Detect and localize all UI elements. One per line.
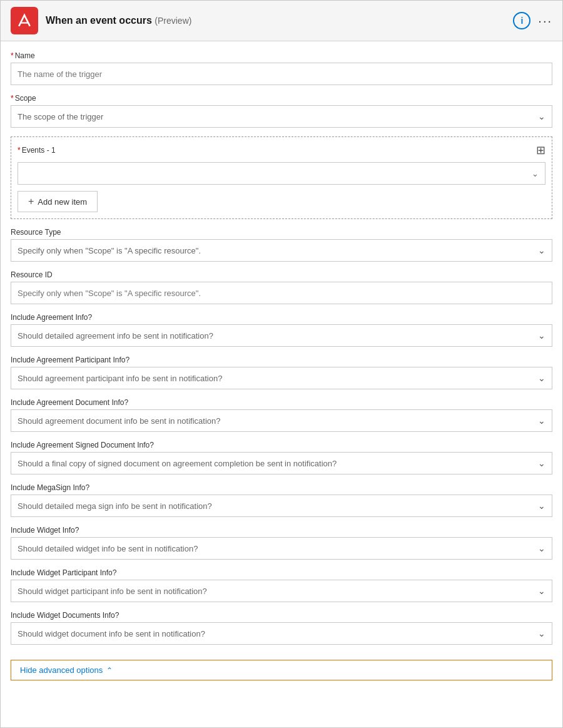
include-agreement-signed-document-info-field-group: Include Agreement Signed Document Info? …: [11, 441, 552, 474]
hide-advanced-options-button[interactable]: Hide advanced options ⌃: [11, 660, 552, 680]
title-text: When an event occurs: [46, 15, 152, 26]
resource-type-field-group: Resource Type Specify only when "Scope" …: [11, 228, 552, 262]
include-agreement-participant-info-chevron-icon: ⌄: [538, 373, 545, 383]
include-widget-info-dropdown[interactable]: Should detailed widget info be sent in n…: [11, 537, 552, 560]
resource-id-field-group: Resource ID: [11, 270, 552, 304]
include-widget-documents-info-dropdown[interactable]: Should widget document info be sent in n…: [11, 622, 552, 645]
include-agreement-participant-info-placeholder: Should agreement participant info be sen…: [18, 374, 222, 383]
include-widget-participant-info-label: Include Widget Participant Info?: [11, 568, 552, 577]
include-agreement-participant-info-label: Include Agreement Participant Info?: [11, 356, 552, 364]
include-widget-documents-info-placeholder: Should widget document info be sent in n…: [18, 629, 205, 638]
add-new-item-button[interactable]: + Add new item: [18, 191, 98, 212]
events-header: *Events - 1 ⊞: [18, 143, 545, 157]
include-agreement-participant-info-field-group: Include Agreement Participant Info? Shou…: [11, 356, 552, 389]
include-widget-participant-info-dropdown[interactable]: Should widget participant info be sent i…: [11, 580, 552, 602]
resource-type-chevron-icon: ⌄: [538, 245, 545, 255]
more-button[interactable]: ···: [538, 14, 552, 28]
chevron-up-icon: ⌃: [106, 666, 113, 675]
include-agreement-document-info-label: Include Agreement Document Info?: [11, 398, 552, 407]
add-new-label: Add new item: [38, 197, 87, 207]
resource-type-dropdown[interactable]: Specify only when "Scope" is "A specific…: [11, 239, 552, 262]
include-megasign-info-label: Include MegaSign Info?: [11, 483, 552, 492]
name-input[interactable]: [11, 63, 552, 85]
events-container: *Events - 1 ⊞ ⌄ + Add new item: [11, 136, 552, 219]
include-agreement-info-label: Include Agreement Info?: [11, 313, 552, 322]
include-agreement-signed-document-info-label: Include Agreement Signed Document Info?: [11, 441, 552, 449]
scope-label: *Scope: [11, 94, 552, 103]
scope-chevron-icon: ⌄: [538, 111, 545, 121]
events-grid-icon[interactable]: ⊞: [536, 143, 545, 157]
header-actions: i ···: [513, 12, 552, 29]
card-title: When an event occurs (Preview): [46, 15, 513, 26]
include-widget-info-field-group: Include Widget Info? Should detailed wid…: [11, 526, 552, 560]
include-megasign-info-dropdown[interactable]: Should detailed mega sign info be sent i…: [11, 495, 552, 517]
include-megasign-info-placeholder: Should detailed mega sign info be sent i…: [18, 501, 212, 511]
include-widget-participant-info-chevron-icon: ⌄: [538, 586, 545, 596]
resource-type-placeholder: Specify only when "Scope" is "A specific…: [18, 246, 201, 255]
include-agreement-info-dropdown[interactable]: Should detailed agreement info be sent i…: [11, 324, 552, 347]
events-required-star: *: [18, 146, 21, 155]
include-megasign-info-field-group: Include MegaSign Info? Should detailed m…: [11, 483, 552, 517]
include-widget-documents-info-field-group: Include Widget Documents Info? Should wi…: [11, 611, 552, 645]
include-megasign-info-chevron-icon: ⌄: [538, 501, 545, 511]
info-button[interactable]: i: [513, 12, 530, 29]
include-agreement-info-placeholder: Should detailed agreement info be sent i…: [18, 331, 213, 341]
trigger-card: When an event occurs (Preview) i ··· *Na…: [0, 0, 563, 728]
events-chevron-icon: ⌄: [532, 169, 539, 178]
events-dropdown[interactable]: ⌄: [18, 162, 545, 185]
include-widget-documents-info-label: Include Widget Documents Info?: [11, 611, 552, 620]
resource-id-input[interactable]: [11, 282, 552, 304]
include-agreement-document-info-dropdown[interactable]: Should agreement document info be sent i…: [11, 409, 552, 432]
include-agreement-info-chevron-icon: ⌄: [538, 331, 545, 341]
include-agreement-document-info-chevron-icon: ⌄: [538, 416, 545, 426]
scope-field-group: *Scope The scope of the trigger ⌄: [11, 94, 552, 128]
name-label: *Name: [11, 51, 552, 60]
resource-id-label: Resource ID: [11, 270, 552, 279]
events-label: *Events - 1: [18, 146, 56, 155]
include-agreement-document-info-field-group: Include Agreement Document Info? Should …: [11, 398, 552, 432]
name-field-group: *Name: [11, 51, 552, 85]
card-content: *Name *Scope The scope of the trigger ⌄ …: [1, 41, 562, 727]
include-agreement-signed-document-info-dropdown[interactable]: Should a final copy of signed document o…: [11, 452, 552, 474]
scope-placeholder: The scope of the trigger: [18, 112, 103, 121]
include-widget-info-label: Include Widget Info?: [11, 526, 552, 535]
resource-type-label: Resource Type: [11, 228, 552, 237]
include-agreement-signed-document-info-placeholder: Should a final copy of signed document o…: [18, 459, 337, 468]
hide-advanced-label: Hide advanced options: [20, 665, 103, 675]
card-header: When an event occurs (Preview) i ···: [1, 1, 562, 41]
include-widget-documents-info-chevron-icon: ⌄: [538, 628, 545, 638]
include-agreement-info-field-group: Include Agreement Info? Should detailed …: [11, 313, 552, 347]
include-widget-participant-info-field-group: Include Widget Participant Info? Should …: [11, 568, 552, 602]
include-widget-info-placeholder: Should detailed widget info be sent in n…: [18, 544, 198, 553]
name-required-star: *: [11, 51, 14, 60]
app-logo: [11, 7, 38, 34]
plus-icon: +: [28, 196, 34, 207]
include-agreement-document-info-placeholder: Should agreement document info be sent i…: [18, 416, 221, 426]
include-agreement-participant-info-dropdown[interactable]: Should agreement participant info be sen…: [11, 367, 552, 389]
scope-dropdown[interactable]: The scope of the trigger ⌄: [11, 105, 552, 128]
include-agreement-signed-document-info-chevron-icon: ⌄: [538, 458, 545, 468]
scope-required-star: *: [11, 94, 14, 103]
include-widget-info-chevron-icon: ⌄: [538, 543, 545, 553]
include-widget-participant-info-placeholder: Should widget participant info be sent i…: [18, 587, 207, 596]
preview-label: (Preview): [155, 16, 191, 26]
